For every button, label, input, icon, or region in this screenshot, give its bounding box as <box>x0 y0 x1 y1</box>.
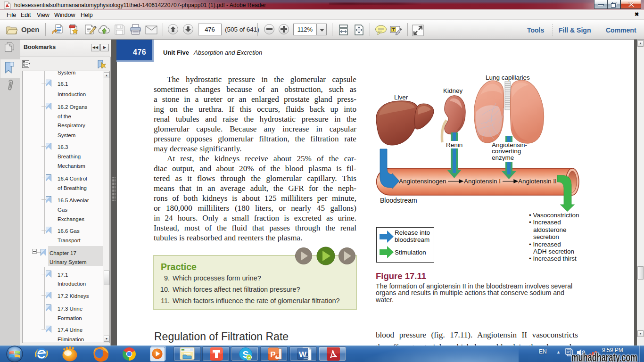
svg-text:T: T <box>392 27 395 32</box>
svg-text:W: W <box>299 350 307 359</box>
svg-text:P: P <box>270 350 275 359</box>
